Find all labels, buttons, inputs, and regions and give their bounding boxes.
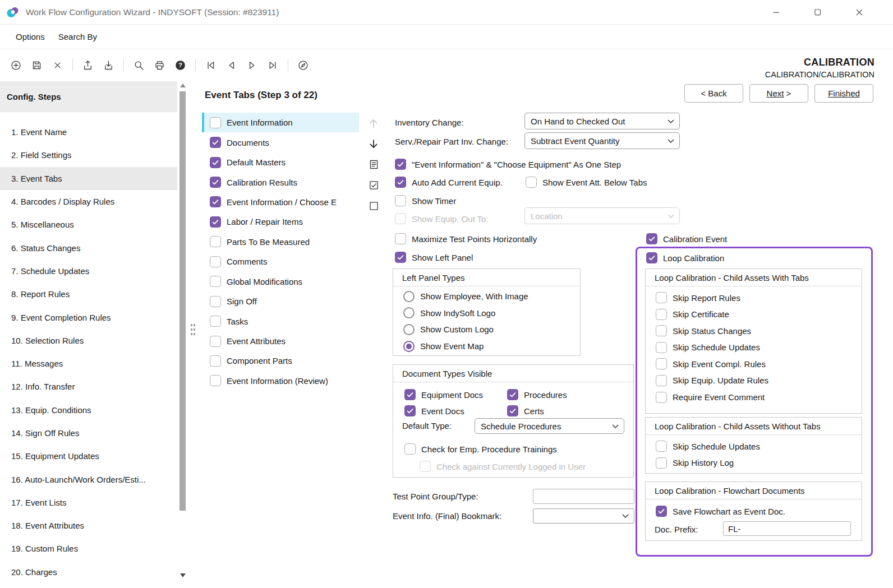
check-all-button[interactable] [366,175,381,196]
config-step-6-status-changes[interactable]: 6. Status Changes [0,236,177,259]
skip-report-rules-checkbox[interactable] [656,292,667,303]
config-step-10-selection-rules[interactable]: 10. Selection Rules [0,329,177,352]
event-tab-event-information-choose-e[interactable]: Event Information / Choose E [202,192,359,212]
event-tab-component-parts[interactable]: Component Parts [202,351,359,371]
scroll-up-button[interactable] [178,81,187,89]
skip-status-changes-checkbox[interactable] [656,325,667,336]
menu-options[interactable]: Options [16,32,45,41]
event-tab-global-modifications[interactable]: Global Modifications [202,272,359,291]
navigate-button[interactable] [293,55,313,75]
equipment-docs-checkbox[interactable] [404,389,416,400]
tab-details-button[interactable] [366,155,381,175]
event-tab-sign-off[interactable]: Sign Off [202,291,359,311]
event-tab-tasks-checkbox[interactable] [210,316,221,327]
check-logged-user-checkbox[interactable] [420,461,431,472]
check-emp-trainings-checkbox[interactable] [404,443,416,455]
skip-event-compl-rules-checkbox[interactable] [656,358,667,369]
event-tab-calibration-results-checkbox[interactable] [210,177,221,188]
config-step-8-report-rules[interactable]: 8. Report Rules [0,283,177,305]
skip-schedule-updates-checkbox[interactable] [656,342,667,353]
event-tab-comments-checkbox[interactable] [210,256,221,267]
show-left-panel-checkbox[interactable] [395,252,406,263]
event-docs-checkbox[interactable] [404,405,416,416]
event-tab-default-masters[interactable]: Default Masters [202,152,359,172]
event-tab-event-attributes[interactable]: Event Attributes [202,331,359,351]
radio-show-custom-logo[interactable] [403,324,415,335]
next-button[interactable]: Next > [749,84,808,103]
default-type-dropdown[interactable]: Schedule Procedures [475,418,624,434]
calibration-event-checkbox[interactable] [646,233,657,244]
skip-certificate-checkbox[interactable] [656,309,667,320]
event-tab-sign-off-checkbox[interactable] [210,296,221,307]
maximize-test-points-checkbox[interactable] [395,233,406,244]
radio-show-event-map[interactable] [403,341,415,352]
config-step-7-schedule-updates[interactable]: 7. Schedule Updates [0,260,177,283]
scrollbar-thumb[interactable] [179,91,186,511]
config-step-12-info-transfer[interactable]: 12. Info. Transfer [0,375,177,398]
loop-calibration-checkbox[interactable] [646,252,657,263]
event-tab-comments[interactable]: Comments [202,252,359,271]
config-step-18-event-attributes[interactable]: 18. Event Attributes [0,514,177,537]
event-tab-tasks[interactable]: Tasks [202,311,359,331]
back-button[interactable]: < Back [684,84,743,103]
event-tab-event-information-review[interactable]: Event Information (Review) [202,371,359,391]
event-tab-event-information[interactable]: Event Information [202,113,359,132]
event-tab-parts-to-be-measured[interactable]: Parts To Be Measured [202,232,359,252]
scroll-down-button[interactable] [178,571,187,579]
skip-history-log-checkbox[interactable] [656,457,667,469]
save-button[interactable] [27,55,47,75]
event-tab-labor-repair-items-checkbox[interactable] [210,216,221,228]
config-step-13-equip-conditions[interactable]: 13. Equip. Conditions [0,399,177,422]
finished-button[interactable]: Finished [814,84,873,103]
test-point-input[interactable] [533,489,634,504]
config-step-1-event-name[interactable]: 1. Event Name [0,121,177,143]
event-tab-component-parts-checkbox[interactable] [210,355,221,367]
help-button[interactable]: ? [171,55,190,75]
require-event-comment-checkbox[interactable] [656,392,667,403]
next-record-button[interactable] [242,55,262,75]
show-timer-checkbox[interactable] [395,195,406,206]
procedures-checkbox[interactable] [507,389,518,400]
delete-button[interactable] [48,55,67,75]
config-step-14-sign-off-rules[interactable]: 14. Sign Off Rules [0,422,177,445]
export-button[interactable] [78,55,98,75]
doc-prefix-input[interactable] [723,521,851,536]
uncheck-all-button[interactable] [366,196,381,216]
first-record-button[interactable] [201,55,220,75]
config-step-16-auto-launch-work-orders-esti[interactable]: 16. Auto-Launch/Work Orders/Esti... [0,467,177,490]
close-button[interactable] [839,0,880,25]
radio-show-employee-with-image[interactable] [403,291,415,302]
skip-equip-update-rules-checkbox[interactable] [656,375,667,386]
event-tab-event-information-choose-e-checkbox[interactable] [210,196,221,207]
maximize-button[interactable] [797,0,839,25]
config-step-11-messages[interactable]: 11. Messages [0,352,177,375]
print-button[interactable] [150,55,169,75]
event-tab-event-information-review-checkbox[interactable] [210,375,221,386]
splitter-grip[interactable] [190,323,196,336]
config-step-5-miscellaneous[interactable]: 5. Miscellaneous [0,213,177,236]
move-down-button[interactable] [366,134,381,155]
one-step-setting-checkbox[interactable] [395,159,406,170]
config-step-17-event-lists[interactable]: 17. Event Lists [0,491,177,514]
event-tab-documents[interactable]: Documents [202,132,359,152]
event-tab-calibration-results[interactable]: Calibration Results [202,172,359,192]
show-event-att-below-tabs-checkbox[interactable] [526,177,537,188]
config-step-20-charges[interactable]: 20. Charges [0,561,177,584]
menu-search-by[interactable]: Search By [58,32,97,41]
sidebar-scrollbar[interactable] [178,81,187,581]
event-tab-default-masters-checkbox[interactable] [210,157,221,168]
skip-schedule-updates-checkbox[interactable] [656,441,667,452]
event-tab-parts-to-be-measured-checkbox[interactable] [210,236,221,247]
show-equip-out-to-checkbox[interactable] [395,213,406,224]
serv-repair-dropdown[interactable]: Subtract Event Quantity [524,132,680,149]
auto-add-current-equip-checkbox[interactable] [395,177,406,188]
certs-checkbox[interactable] [507,405,518,416]
event-tab-labor-repair-items[interactable]: Labor / Repair Items [202,212,359,232]
event-tab-event-information-checkbox[interactable] [210,117,221,128]
previous-record-button[interactable] [222,55,241,75]
last-record-button[interactable] [263,55,283,75]
minimize-button[interactable] [756,0,797,25]
config-step-9-event-completion-rules[interactable]: 9. Event Completion Rules [0,305,177,328]
import-button[interactable] [99,55,118,75]
save-flowchart-as-event-doc-checkbox[interactable] [656,506,667,517]
